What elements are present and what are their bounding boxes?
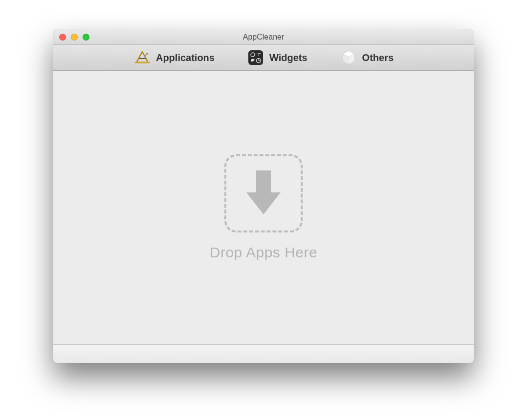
maximize-button[interactable] [83, 34, 89, 41]
arrow-down-icon [242, 166, 285, 221]
toolbar: Applications °F Widgets [53, 45, 474, 71]
close-button[interactable] [59, 34, 66, 41]
tab-label: Others [362, 52, 394, 63]
tab-label: Widgets [269, 52, 307, 63]
drop-zone[interactable]: Drop Apps Here [210, 154, 317, 261]
traffic-lights [59, 34, 89, 41]
tab-widgets[interactable]: °F Widgets [243, 47, 311, 68]
applications-icon [133, 49, 151, 66]
widgets-icon: °F [247, 49, 264, 66]
window-title: AppCleaner [53, 33, 474, 42]
drop-target-box[interactable] [224, 154, 303, 232]
others-icon [340, 49, 357, 66]
drop-zone-label: Drop Apps Here [210, 244, 317, 261]
app-window: AppCleaner Applications °F [53, 29, 474, 363]
content-area: Drop Apps Here [53, 71, 474, 344]
svg-text:°F: °F [256, 52, 261, 57]
titlebar[interactable]: AppCleaner [53, 29, 474, 45]
footer-bar [53, 344, 474, 363]
svg-point-2 [146, 53, 148, 55]
minimize-button[interactable] [71, 34, 78, 41]
tab-others[interactable]: Others [336, 47, 397, 68]
tab-label: Applications [156, 52, 215, 63]
tab-applications[interactable]: Applications [130, 47, 219, 68]
